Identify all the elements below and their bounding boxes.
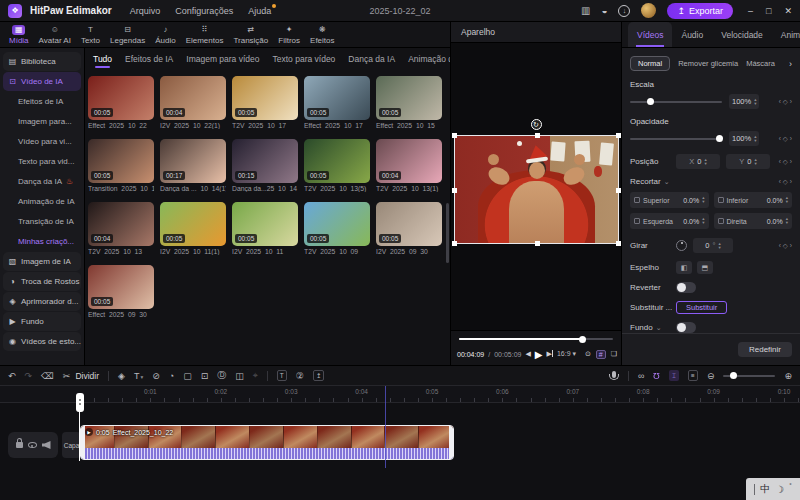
seek-thumb[interactable]	[579, 336, 586, 343]
sidebar-item-biblioteca[interactable]: ▤Biblioteca	[3, 52, 81, 71]
record-voice-icon[interactable]	[612, 371, 616, 378]
scale-slider[interactable]	[630, 101, 722, 103]
keyframe-add-icon[interactable]: ◇	[783, 158, 788, 166]
flip-vertical-icon[interactable]: ◧	[697, 261, 713, 274]
sidebar-item-minhas-criacoes[interactable]: Minhas criaçõ...	[3, 232, 81, 251]
zoom-out-icon[interactable]: ⊖	[707, 371, 715, 381]
sidebar-item-imagem-de-ia[interactable]: ▧Imagem de IA	[3, 252, 81, 271]
opacity-slider[interactable]	[630, 138, 722, 140]
remove-effect-icon[interactable]: ⊘	[152, 371, 160, 381]
modes-more-icon[interactable]: ›	[789, 59, 792, 69]
lock-track-icon[interactable]	[16, 442, 23, 448]
tab-midia[interactable]: ▦Mídia	[4, 25, 34, 45]
library-item-thumbnail[interactable]: 00:04	[88, 202, 154, 246]
tab-texto[interactable]: TTexto	[76, 25, 105, 45]
reverse-toggle[interactable]	[676, 282, 696, 293]
position-x-field[interactable]: X0▴▾	[676, 154, 720, 169]
download-icon[interactable]: ↓	[618, 5, 630, 17]
keyframe-next-icon[interactable]: ›	[790, 158, 792, 165]
snapshot-icon[interactable]: ⊙	[585, 350, 591, 358]
preview-video-selection[interactable]: ↻	[455, 136, 618, 243]
mode-0[interactable]: Normal	[630, 56, 670, 71]
position-y-field[interactable]: Y0▴▾	[726, 154, 770, 169]
keyframe-prev-icon[interactable]: ‹	[779, 135, 781, 142]
library-tab-1[interactable]: Efeitos de IA	[125, 54, 173, 64]
link-icon[interactable]: ∞	[638, 371, 644, 381]
avatar[interactable]	[641, 3, 656, 18]
inspector-tab-0[interactable]: Vídeos	[628, 22, 672, 47]
template-text-icon[interactable]: T	[277, 370, 287, 381]
sidebar-item-texto-para-video[interactable]: Texto para vid...	[3, 152, 81, 171]
stepper-down-icon[interactable]: ▾	[702, 200, 704, 204]
export-button[interactable]: ↥ Exportar	[667, 3, 733, 19]
keyframe-next-icon[interactable]: ›	[790, 242, 792, 249]
sidebar-item-troca-de-rostos[interactable]: ◑Troca de Rostos	[3, 272, 81, 291]
crop-checkbox[interactable]	[634, 197, 640, 203]
hide-track-icon[interactable]	[28, 442, 37, 448]
sidebar-item-videos-de-estoque[interactable]: ◉Vídeos de esto...	[3, 332, 81, 351]
close-button[interactable]: ✕	[784, 6, 792, 16]
preview-canvas[interactable]: ↻	[451, 43, 621, 330]
trim-handle-left[interactable]	[81, 426, 85, 459]
sidebar-item-aprimorador[interactable]: ◈Aprimorador d...	[3, 292, 81, 311]
background-toggle[interactable]	[676, 322, 696, 333]
trim-handle-right[interactable]	[449, 426, 453, 459]
crop-checkbox[interactable]	[634, 218, 640, 224]
playhead-head[interactable]	[76, 393, 84, 412]
pip-icon[interactable]: ⊡	[201, 371, 209, 381]
sidebar-item-efeitos-de-ia[interactable]: Efeitos de IA	[3, 92, 81, 111]
tab-efeitos[interactable]: ❋Efeitos	[305, 25, 339, 45]
timeline-zoom-slider[interactable]	[723, 375, 775, 377]
tab-filtros[interactable]: ✦Filtros	[273, 25, 305, 45]
crop-icon[interactable]: ▢	[183, 371, 192, 381]
keyframe-add-icon[interactable]: ◇	[783, 242, 788, 250]
tab-elementos[interactable]: ⠿Elementos	[181, 25, 229, 45]
crop-field-2[interactable]: Esquerda0.0%▴▾	[630, 213, 709, 229]
zoom-in-icon[interactable]: ⊕	[784, 371, 792, 381]
library-tab-4[interactable]: Dança da IA	[348, 54, 395, 64]
stepper-down-icon[interactable]: ▾	[704, 162, 706, 166]
steps-icon[interactable]: ②	[296, 371, 304, 381]
seek-bar[interactable]	[459, 338, 613, 340]
library-scrollbar[interactable]	[446, 203, 449, 263]
library-item-thumbnail[interactable]: 00:17	[160, 139, 226, 183]
stepper-down-icon[interactable]: ▾	[786, 200, 788, 204]
transform-handle[interactable]	[452, 188, 457, 193]
timeline-clip[interactable]: ▶ 0:05 Effect_2025_10_22	[80, 425, 454, 460]
library-item-thumbnail[interactable]: 00:05	[232, 202, 298, 246]
position-icon[interactable]: ⌖	[253, 370, 258, 381]
inspector-tab-3[interactable]: Animaç	[772, 22, 800, 47]
fullscreen-icon[interactable]: ❏	[611, 350, 617, 358]
library-item-thumbnail[interactable]: 00:05	[376, 76, 442, 120]
maximize-button[interactable]: □	[766, 6, 771, 16]
quick-text-icon[interactable]: T▾	[134, 371, 143, 381]
crop-checkbox[interactable]	[718, 197, 724, 203]
sidebar-item-transicao-de-ia[interactable]: Transição de IA	[3, 212, 81, 231]
layout-icon[interactable]: ▥	[581, 5, 590, 16]
crop-field-0[interactable]: Superior0.0%▴▾	[630, 192, 709, 208]
rotate-knob-icon[interactable]	[676, 240, 687, 251]
keyframe-next-icon[interactable]: ›	[790, 135, 792, 142]
mode-1[interactable]: Remover glicemia	[678, 59, 738, 68]
transform-handle[interactable]	[616, 133, 621, 138]
sidebar-item-imagem-para-video[interactable]: Imagem para...	[3, 112, 81, 131]
keyframe-prev-icon[interactable]: ‹	[779, 98, 781, 105]
opacity-value[interactable]: 100%▴▾	[729, 131, 759, 146]
sidebar-item-danca-da-ia[interactable]: Dança da IA♨	[3, 172, 81, 191]
keyframe-prev-icon[interactable]: ‹	[779, 158, 781, 165]
tab-avatar-ai[interactable]: ☺Avatar AI	[34, 25, 76, 45]
mirror-clip-icon[interactable]: ◫	[235, 371, 244, 381]
mode-2[interactable]: Máscara	[746, 59, 775, 68]
speed-icon[interactable]: ◔	[169, 371, 174, 381]
snap-icon[interactable]: ⌶	[669, 370, 679, 381]
library-tab-2[interactable]: Imagem para vídeo	[186, 54, 259, 64]
transform-handle[interactable]	[616, 188, 621, 193]
background-collapse-icon[interactable]: ⌄	[656, 324, 662, 332]
mark-icon[interactable]: ◈	[118, 371, 125, 381]
transform-handle[interactable]	[616, 241, 621, 246]
crop-checkbox[interactable]	[718, 218, 724, 224]
feedback-icon[interactable]: ◒	[601, 5, 607, 16]
mute-track-icon[interactable]	[42, 441, 51, 449]
ime-bar[interactable]: 中 ☽ °	[746, 478, 800, 500]
sidebar-item-video-de-ia[interactable]: ⊡Vídeo de IA	[3, 72, 81, 91]
